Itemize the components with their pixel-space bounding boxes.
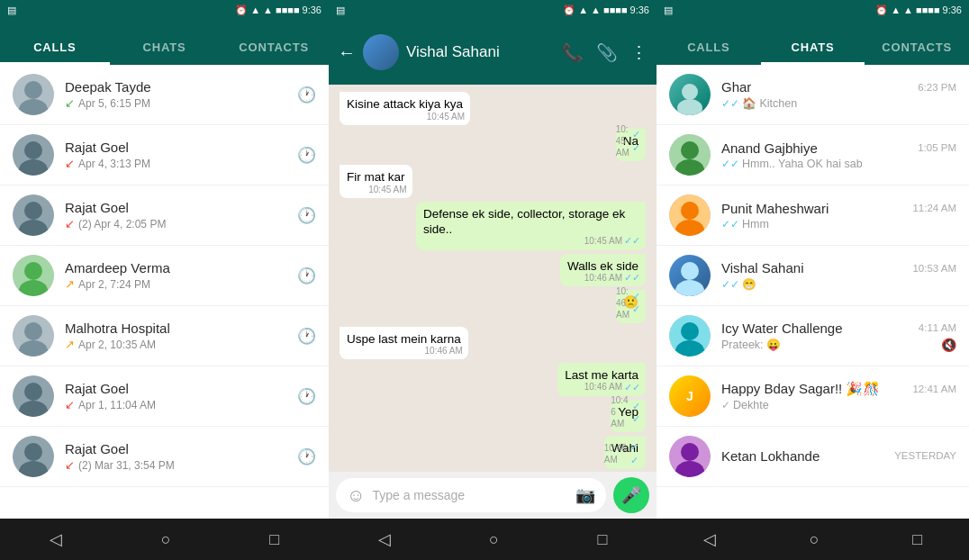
mid-status-right: ⏰ ▲ ▲ ■■■■ 9:36 <box>563 5 649 16</box>
chat-time: 4:11 AM <box>919 322 956 333</box>
attachment-icon[interactable]: 📎 <box>596 42 618 63</box>
call-info: Amardeep Verma ↗ Apr 2, 7:24 PM <box>65 260 286 291</box>
left-tab-contacts[interactable]: CONTACTS <box>219 28 329 65</box>
list-item[interactable]: Amardeep Verma ↗ Apr 2, 7:24 PM 🕐 <box>0 246 329 306</box>
back-button[interactable]: ◁ <box>378 529 391 549</box>
avatar <box>13 74 54 115</box>
call-phone-icon: 🕐 <box>297 266 316 285</box>
call-direction-icon: ↗ <box>65 277 75 291</box>
list-item[interactable]: J Happy Bday Sagar!! 🎉🎊 12:41 AM ✓ Dekht… <box>657 366 969 427</box>
list-item[interactable]: Anand Gajbhiye 1:05 PM ✓✓ Hmm.. Yaha OK … <box>657 125 969 185</box>
call-info: Rajat Goel ↙ Apr 4, 3:13 PM <box>65 140 286 170</box>
back-button[interactable]: ◁ <box>50 529 62 549</box>
left-tab-calls[interactable]: CALLS <box>0 28 110 65</box>
message-input-placeholder[interactable]: Type a message <box>372 488 568 502</box>
svg-point-15 <box>677 99 702 115</box>
svg-point-10 <box>24 383 42 401</box>
time-display: 9:36 <box>943 5 962 15</box>
list-item[interactable]: Rajat Goel ↙ (2) Mar 31, 3:54 PM 🕐 <box>0 427 329 487</box>
alarm-icon: ⏰ <box>563 5 575 16</box>
message-input-container[interactable]: ☺ Type a message 📷 <box>336 478 606 512</box>
avatar <box>13 194 54 236</box>
camera-icon[interactable]: 📷 <box>575 485 595 505</box>
avatar <box>13 315 54 357</box>
check-icon: ✓✓ <box>632 128 640 154</box>
chat-name: Ghar <box>721 79 751 95</box>
call-name: Amardeep Verma <box>65 260 286 275</box>
call-info: Rajat Goel ↙ Apr 1, 11:04 AM <box>65 381 286 411</box>
right-panel: ▤ ⏰ ▲ ▲ ■■■■ 9:36 CALLS CHATS CONTACTS G… <box>657 0 969 560</box>
chat-item-info: Anand Gajbhiye 1:05 PM ✓✓ Hmm.. Yaha OK … <box>721 140 956 170</box>
left-tab-chats[interactable]: CHATS <box>110 28 220 65</box>
right-status-icons: ▤ <box>664 5 673 16</box>
chat-item-top: Happy Bday Sagar!! 🎉🎊 12:41 AM <box>721 381 956 397</box>
call-name: Deepak Tayde <box>65 79 286 95</box>
list-item[interactable]: Rajat Goel ↙ (2) Apr 4, 2:05 PM 🕐 <box>0 185 329 246</box>
message-time: 10:46 AM ✓✓ <box>584 271 640 284</box>
chat-messages: Kisine attack kiya kya 10:45 AM Na 10:45… <box>329 85 657 472</box>
phone-icon[interactable]: 📞 <box>562 42 584 63</box>
list-item[interactable]: Vishal Sahani 10:53 AM ✓✓ 😁 <box>657 246 969 306</box>
avatar <box>669 315 711 357</box>
message-time: 10:46 AM ✓✓ <box>616 285 640 321</box>
back-button[interactable]: ◁ <box>703 529 716 549</box>
chat-item-top: Ghar 6:23 PM <box>721 79 956 95</box>
list-item[interactable]: Punit Maheshwari 11:24 AM ✓✓ Hmm <box>657 185 969 246</box>
more-options-icon[interactable]: ⋮ <box>630 42 648 63</box>
message-time: 10:46 AM <box>425 345 463 357</box>
chat-input-bar: ☺ Type a message 📷 🎤 <box>329 472 657 519</box>
emoji-icon[interactable]: ☺ <box>347 485 365 506</box>
call-date: Apr 2, 10:35 AM <box>78 339 156 351</box>
avatar <box>669 436 711 477</box>
chat-name: Icy Water Challenge <box>721 321 843 336</box>
check-icon: ✓✓ <box>630 440 640 466</box>
recents-button[interactable]: □ <box>597 530 607 549</box>
chat-name: Vishal Sahani <box>721 260 803 275</box>
svg-point-5 <box>19 220 48 236</box>
list-item[interactable]: Ghar 6:23 PM ✓✓ 🏠 Kitchen <box>657 65 969 125</box>
right-tab-contacts[interactable]: CONTACTS <box>865 28 969 65</box>
read-check-icon: ✓✓ <box>721 218 739 230</box>
mic-icon: 🎤 <box>621 485 641 505</box>
message-text: Uspe last mein karna <box>347 332 461 346</box>
list-item[interactable]: Rajat Goel ↙ Apr 1, 11:04 AM 🕐 <box>0 366 329 427</box>
svg-point-0 <box>24 81 42 99</box>
message-bubble: Walls ek side 10:46 AM ✓✓ <box>560 254 646 287</box>
list-item[interactable]: Icy Water Challenge 4:11 AM Prateek: 😛 🔇 <box>657 306 969 366</box>
chat-item-bottom: ✓ Dekhte <box>721 399 956 411</box>
list-item[interactable]: Malhotra Hospital ↗ Apr 2, 10:35 AM 🕐 <box>0 306 329 366</box>
battery-icon: ■■■■ <box>916 5 940 15</box>
list-item[interactable]: Deepak Tayde ↙ Apr 5, 6:15 PM 🕐 <box>0 65 329 125</box>
left-panel: ▤ ⏰ ▲ ▲ ■■■■ 9:36 CALLS CHATS CONTACTS <box>0 0 329 560</box>
call-meta: ↗ Apr 2, 7:24 PM <box>65 277 286 291</box>
chat-header-info: Vishal Sahani <box>406 43 555 61</box>
list-item[interactable]: Ketan Lokhande YESTERDAY <box>657 427 969 487</box>
check-icon: ✓✓ <box>632 290 640 316</box>
svg-point-19 <box>675 220 704 236</box>
mid-nav-bar: ◁ ○ □ <box>329 519 657 560</box>
home-button[interactable]: ○ <box>161 530 171 549</box>
recents-button[interactable]: □ <box>912 530 922 549</box>
chat-item-info: Ketan Lokhande YESTERDAY <box>721 448 956 465</box>
right-tab-calls[interactable]: CALLS <box>657 28 761 65</box>
home-button[interactable]: ○ <box>810 530 820 549</box>
recents-button[interactable]: □ <box>269 530 279 549</box>
message-bubble: Last me karta 10:46 AM ✓✓ <box>557 363 646 396</box>
call-direction-icon: ↙ <box>65 96 75 110</box>
notification-icon: ▤ <box>7 5 16 16</box>
chat-header: ← Vishal Sahani 📞 📎 ⋮ <box>329 20 657 85</box>
right-tab-chats[interactable]: CHATS <box>761 28 865 65</box>
call-info: Rajat Goel ↙ (2) Apr 4, 2:05 PM <box>65 200 286 230</box>
back-button[interactable]: ← <box>338 42 356 63</box>
call-direction-icon: ↙ <box>65 217 75 230</box>
message-bubble: Uspe last mein karna 10:46 AM <box>340 327 468 360</box>
read-check-icon: ✓✓ <box>721 97 739 110</box>
mic-button[interactable]: 🎤 <box>613 477 649 513</box>
check-icon: ✓✓ <box>624 234 640 247</box>
home-button[interactable]: ○ <box>489 530 499 549</box>
svg-point-24 <box>681 443 699 461</box>
list-item[interactable]: Rajat Goel ↙ Apr 4, 3:13 PM 🕐 <box>0 125 329 185</box>
svg-point-9 <box>19 340 48 357</box>
message-time: 10:46 AM ✓✓ <box>584 381 640 393</box>
chat-avatar <box>363 34 399 70</box>
